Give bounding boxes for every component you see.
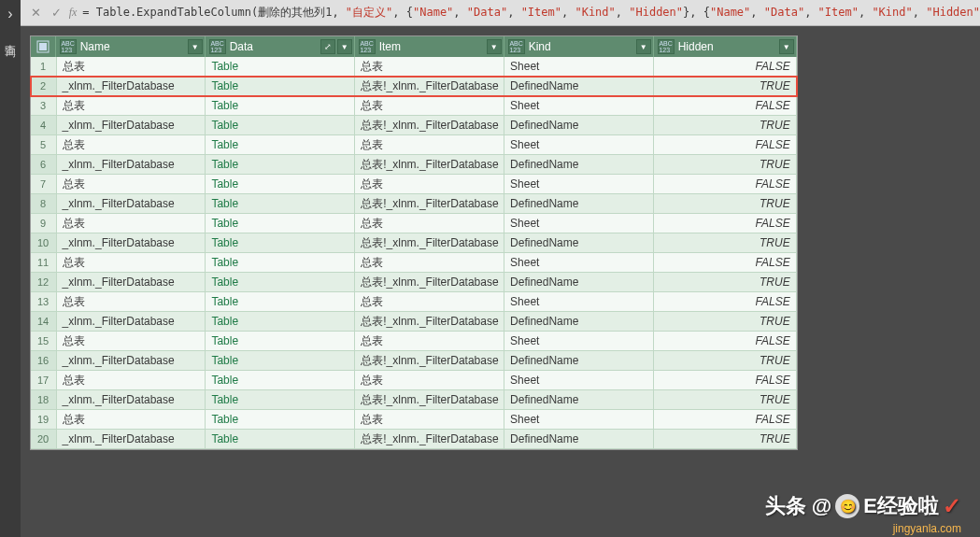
cell-item[interactable]: 总表	[355, 253, 504, 273]
cell-item[interactable]: 总表!_xlnm._FilterDatabase	[355, 351, 504, 371]
data-grid[interactable]: ABC123Name▼ABC123Data⤢▼ABC123Item▼ABC123…	[30, 35, 798, 450]
cell-hidden[interactable]: FALSE	[654, 214, 797, 233]
table-row[interactable]: 8_xlnm._FilterDatabaseTable总表!_xlnm._Fil…	[31, 194, 797, 214]
cell-kind[interactable]: Sheet	[504, 175, 654, 194]
cell-name[interactable]: 总表	[57, 135, 206, 155]
cell-name[interactable]: _xlnm._FilterDatabase	[57, 312, 206, 332]
type-icon[interactable]: ABC123	[658, 39, 675, 54]
cell-item[interactable]: 总表!_xlnm._FilterDatabase	[355, 194, 504, 214]
cell-item[interactable]: 总表	[355, 135, 504, 155]
table-row[interactable]: 20_xlnm._FilterDatabaseTable总表!_xlnm._Fi…	[31, 430, 797, 449]
dropdown-icon[interactable]: ▼	[487, 39, 502, 54]
cell-name[interactable]: _xlnm._FilterDatabase	[57, 77, 206, 96]
table-row[interactable]: 19总表Table总表SheetFALSE	[31, 410, 797, 430]
cell-hidden[interactable]: TRUE	[654, 351, 797, 371]
cell-kind[interactable]: Sheet	[504, 332, 654, 351]
row-number[interactable]: 7	[31, 175, 57, 194]
row-number[interactable]: 3	[31, 96, 57, 116]
row-number[interactable]: 12	[31, 273, 57, 292]
cell-item[interactable]: 总表	[355, 57, 504, 77]
cell-data[interactable]: Table	[206, 233, 355, 253]
dropdown-icon[interactable]: ▼	[337, 39, 352, 54]
table-row[interactable]: 14_xlnm._FilterDatabaseTable总表!_xlnm._Fi…	[31, 312, 797, 332]
cell-item[interactable]: 总表!_xlnm._FilterDatabase	[355, 273, 504, 292]
table-row[interactable]: 10_xlnm._FilterDatabaseTable总表!_xlnm._Fi…	[31, 233, 797, 253]
cell-hidden[interactable]: TRUE	[654, 390, 797, 410]
cell-kind[interactable]: Sheet	[504, 214, 654, 233]
formula-text[interactable]: = Table.ExpandTableColumn(删除的其他列1, "自定义"…	[82, 5, 980, 21]
cell-data[interactable]: Table	[206, 175, 355, 194]
table-row[interactable]: 3总表Table总表SheetFALSE	[31, 96, 797, 116]
row-number[interactable]: 5	[31, 135, 57, 155]
cell-kind[interactable]: DefinedName	[504, 390, 654, 410]
cell-item[interactable]: 总表!_xlnm._FilterDatabase	[355, 233, 504, 253]
cell-name[interactable]: 总表	[57, 332, 206, 351]
cell-item[interactable]: 总表	[355, 410, 504, 430]
cell-data[interactable]: Table	[206, 273, 355, 292]
table-row[interactable]: 5总表Table总表SheetFALSE	[31, 135, 797, 155]
row-number[interactable]: 13	[31, 292, 57, 312]
cell-data[interactable]: Table	[206, 292, 355, 312]
cell-kind[interactable]: DefinedName	[504, 351, 654, 371]
cell-kind[interactable]: DefinedName	[504, 77, 654, 96]
column-header-name[interactable]: ABC123Name▼	[56, 36, 206, 57]
row-number[interactable]: 1	[31, 57, 57, 77]
row-number[interactable]: 20	[31, 430, 57, 449]
row-number[interactable]: 2	[31, 77, 57, 96]
cell-item[interactable]: 总表	[355, 332, 504, 351]
table-row[interactable]: 13总表Table总表SheetFALSE	[31, 292, 797, 312]
cell-data[interactable]: Table	[206, 312, 355, 332]
table-row[interactable]: 16_xlnm._FilterDatabaseTable总表!_xlnm._Fi…	[31, 351, 797, 371]
cell-name[interactable]: _xlnm._FilterDatabase	[57, 233, 206, 253]
table-row[interactable]: 12_xlnm._FilterDatabaseTable总表!_xlnm._Fi…	[31, 273, 797, 292]
table-row[interactable]: 17总表Table总表SheetFALSE	[31, 371, 797, 390]
row-number[interactable]: 19	[31, 410, 57, 430]
cell-item[interactable]: 总表	[355, 214, 504, 233]
confirm-icon[interactable]: ✓	[47, 3, 67, 23]
cell-hidden[interactable]: TRUE	[654, 77, 797, 96]
select-all-icon[interactable]	[31, 36, 56, 57]
dropdown-icon[interactable]: ▼	[779, 39, 794, 54]
cell-data[interactable]: Table	[206, 96, 355, 116]
cell-data[interactable]: Table	[206, 351, 355, 371]
row-number[interactable]: 15	[31, 332, 57, 351]
cell-item[interactable]: 总表	[355, 371, 504, 390]
cell-hidden[interactable]: TRUE	[654, 116, 797, 135]
cell-kind[interactable]: Sheet	[504, 292, 654, 312]
cell-name[interactable]: _xlnm._FilterDatabase	[57, 430, 206, 449]
cell-item[interactable]: 总表!_xlnm._FilterDatabase	[355, 116, 504, 135]
cell-data[interactable]: Table	[206, 430, 355, 449]
cell-data[interactable]: Table	[206, 155, 355, 175]
table-row[interactable]: 1总表Table总表SheetFALSE	[31, 57, 797, 77]
fx-icon[interactable]: fx	[69, 6, 78, 20]
cell-data[interactable]: Table	[206, 332, 355, 351]
cell-data[interactable]: Table	[206, 214, 355, 233]
cell-name[interactable]: 总表	[57, 96, 206, 116]
dropdown-icon[interactable]: ▼	[636, 39, 651, 54]
cell-kind[interactable]: DefinedName	[504, 116, 654, 135]
cell-data[interactable]: Table	[206, 57, 355, 77]
table-row[interactable]: 2_xlnm._FilterDatabaseTable总表!_xlnm._Fil…	[31, 77, 797, 96]
cell-data[interactable]: Table	[206, 390, 355, 410]
table-row[interactable]: 9总表Table总表SheetFALSE	[31, 214, 797, 233]
cell-hidden[interactable]: FALSE	[654, 410, 797, 430]
type-icon[interactable]: ABC123	[508, 39, 525, 54]
cell-data[interactable]: Table	[206, 194, 355, 214]
cell-kind[interactable]: DefinedName	[504, 273, 654, 292]
cell-name[interactable]: 总表	[57, 214, 206, 233]
column-header-hidden[interactable]: ABC123Hidden▼	[654, 36, 797, 57]
row-number[interactable]: 18	[31, 390, 57, 410]
cell-hidden[interactable]: TRUE	[654, 312, 797, 332]
cell-kind[interactable]: DefinedName	[504, 233, 654, 253]
table-row[interactable]: 15总表Table总表SheetFALSE	[31, 332, 797, 351]
cell-hidden[interactable]: TRUE	[654, 194, 797, 214]
row-number[interactable]: 17	[31, 371, 57, 390]
type-icon[interactable]: ABC123	[359, 39, 376, 54]
cell-hidden[interactable]: FALSE	[654, 332, 797, 351]
cell-name[interactable]: _xlnm._FilterDatabase	[57, 390, 206, 410]
cell-data[interactable]: Table	[206, 253, 355, 273]
cell-hidden[interactable]: FALSE	[654, 135, 797, 155]
cell-name[interactable]: _xlnm._FilterDatabase	[57, 116, 206, 135]
cell-hidden[interactable]: TRUE	[654, 430, 797, 449]
row-number[interactable]: 14	[31, 312, 57, 332]
